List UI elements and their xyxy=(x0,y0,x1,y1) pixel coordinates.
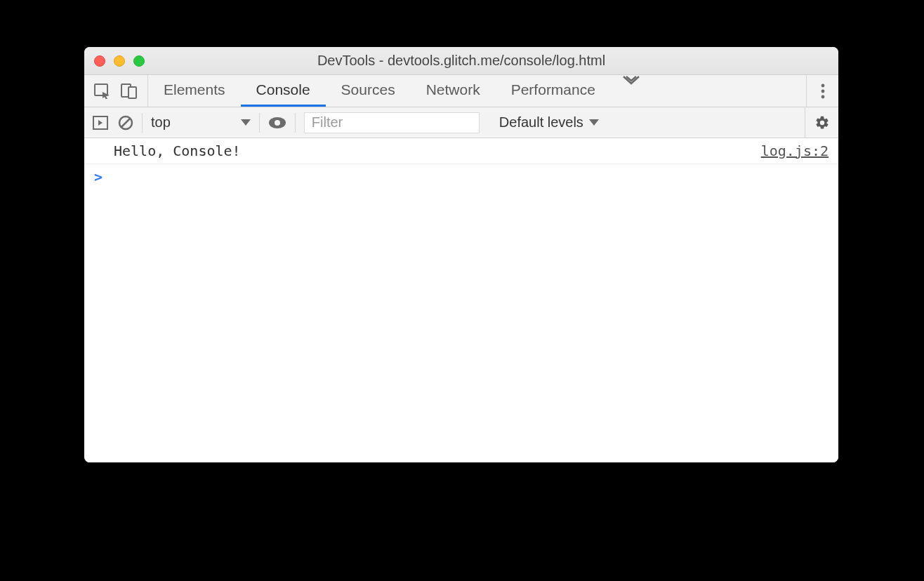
live-expression-icon[interactable] xyxy=(268,116,286,129)
log-message: Hello, Console! xyxy=(114,142,761,159)
tab-network[interactable]: Network xyxy=(411,75,496,107)
inspect-element-icon[interactable] xyxy=(94,84,111,99)
chevron-down-icon xyxy=(589,119,599,126)
log-levels-select[interactable]: Default levels xyxy=(488,114,610,131)
clear-console-icon[interactable] xyxy=(118,115,133,131)
more-tabs-icon[interactable] xyxy=(611,75,652,107)
close-window-button[interactable] xyxy=(94,55,105,67)
tab-sources[interactable]: Sources xyxy=(326,75,411,107)
console-settings-icon[interactable] xyxy=(805,107,838,138)
toggle-sidebar-icon[interactable] xyxy=(93,116,108,130)
menu-kebab-icon[interactable] xyxy=(806,75,838,107)
svg-line-8 xyxy=(121,119,130,127)
titlebar: DevTools - devtools.glitch.me/console/lo… xyxy=(84,47,838,75)
tab-performance[interactable]: Performance xyxy=(496,75,611,107)
log-entry: Hello, Console! log.js:2 xyxy=(84,138,838,164)
context-label: top xyxy=(151,114,171,131)
console-prompt[interactable]: > xyxy=(84,164,838,189)
tab-elements[interactable]: Elements xyxy=(148,75,241,107)
panel-tabs: Elements Console Sources Network Perform… xyxy=(148,75,652,107)
log-source-link[interactable]: log.js:2 xyxy=(761,142,829,159)
tab-label: Network xyxy=(426,81,480,98)
svg-point-5 xyxy=(821,95,824,98)
devtools-window: DevTools - devtools.glitch.me/console/lo… xyxy=(84,47,838,462)
tab-label: Elements xyxy=(164,81,225,98)
svg-point-3 xyxy=(821,84,824,87)
svg-rect-2 xyxy=(128,87,136,98)
main-tabbar: Elements Console Sources Network Perform… xyxy=(84,75,838,107)
device-toolbar-icon[interactable] xyxy=(121,84,138,99)
tab-console[interactable]: Console xyxy=(241,75,326,107)
svg-point-10 xyxy=(275,120,280,126)
levels-label: Default levels xyxy=(499,114,583,131)
execution-context-select[interactable]: top xyxy=(143,114,259,131)
chevron-down-icon xyxy=(241,119,251,126)
tab-label: Console xyxy=(256,81,310,98)
console-toolbar: top Default levels xyxy=(84,107,838,138)
console-output[interactable]: Hello, Console! log.js:2 > xyxy=(84,138,838,462)
prompt-caret-icon: > xyxy=(94,168,103,185)
svg-point-4 xyxy=(821,89,824,93)
filter-input[interactable] xyxy=(304,112,480,133)
window-title: DevTools - devtools.glitch.me/console/lo… xyxy=(84,53,838,69)
tabbar-tools xyxy=(84,75,148,107)
tab-label: Performance xyxy=(511,81,595,98)
minimize-window-button[interactable] xyxy=(114,55,125,67)
window-controls xyxy=(84,55,145,67)
zoom-window-button[interactable] xyxy=(133,55,145,67)
tab-label: Sources xyxy=(341,81,395,98)
